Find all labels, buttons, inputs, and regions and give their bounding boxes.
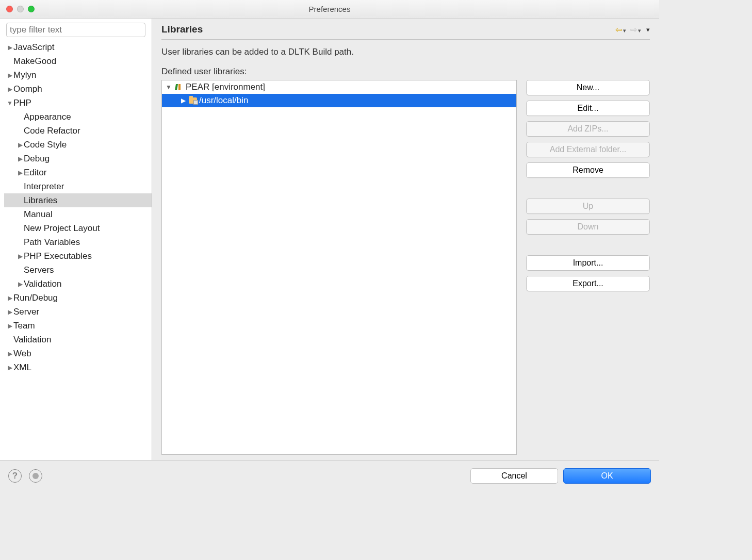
collapse-icon[interactable]: ▼ (6, 100, 13, 107)
sidebar-item-label: Servers (24, 265, 54, 275)
folder-icon (189, 97, 197, 104)
sidebar-item-label: Editor (24, 168, 46, 178)
sidebar-item-label: Validation (24, 279, 61, 289)
sidebar-item-label: Oomph (13, 84, 42, 94)
sidebar-item-label: Team (13, 321, 35, 331)
sidebar-item-appearance[interactable]: Appearance (4, 110, 152, 124)
filter-input[interactable] (6, 23, 145, 37)
sidebar-item-label: PHP Executables (24, 251, 92, 261)
remove-button[interactable]: Remove (526, 162, 650, 178)
sidebar-item-server[interactable]: ▶Server (4, 305, 152, 319)
up-button: Up (526, 199, 650, 214)
sidebar-item-web[interactable]: ▶Web (4, 347, 152, 360)
page-description: User libraries can be added to a DLTK Bu… (161, 47, 650, 57)
sidebar-item-debug[interactable]: ▶Debug (4, 152, 152, 166)
preferences-sidebar: ▶JavaScriptMakeGood▶Mylyn▶Oomph▼PHPAppea… (0, 19, 152, 460)
sidebar-item-label: Code Style (24, 140, 67, 150)
help-icon[interactable]: ? (8, 469, 22, 483)
sidebar-item-team[interactable]: ▶Team (4, 319, 152, 333)
down-button: Down (526, 219, 650, 235)
sidebar-item-xml[interactable]: ▶XML (4, 360, 152, 374)
export-button[interactable]: Export... (526, 276, 650, 291)
header-nav-icons: ⇦▾ ⇨▾ ▾ (615, 25, 650, 35)
sidebar-item-php[interactable]: ▼PHP (4, 96, 152, 110)
sidebar-item-path-variables[interactable]: Path Variables (4, 235, 152, 249)
expand-icon[interactable]: ▶ (6, 44, 13, 51)
expand-icon[interactable]: ▶ (6, 364, 13, 371)
sidebar-item-oomph[interactable]: ▶Oomph (4, 82, 152, 96)
sidebar-item-label: Run/Debug (13, 293, 58, 303)
expand-icon[interactable]: ▶ (6, 350, 13, 357)
expand-icon[interactable]: ▶ (6, 294, 13, 302)
sidebar-item-label: Manual (24, 209, 53, 220)
sidebar-item-makegood[interactable]: MakeGood (4, 54, 152, 68)
expand-icon[interactable]: ▶ (6, 308, 13, 316)
library-tree-item[interactable]: ▼ PEAR [environment] (162, 80, 516, 94)
collapse-icon[interactable]: ▼ (165, 84, 172, 91)
expand-icon[interactable]: ▶ (6, 322, 13, 330)
main-panel: Libraries ⇦▾ ⇨▾ ▾ User libraries can be … (152, 19, 659, 460)
sidebar-item-label: New Project Layout (24, 223, 100, 234)
add-zips-button: Add ZIPs... (526, 121, 650, 137)
sidebar-item-validation[interactable]: Validation (4, 333, 152, 347)
expand-icon[interactable]: ▶ (17, 281, 24, 288)
sidebar-item-javascript[interactable]: ▶JavaScript (4, 40, 152, 54)
new-button[interactable]: New... (526, 80, 650, 95)
view-menu-icon[interactable]: ▾ (646, 26, 650, 34)
sidebar-item-label: Code Refactor (24, 126, 80, 136)
sidebar-item-label: Interpreter (24, 182, 64, 192)
expand-icon[interactable]: ▶ (17, 253, 24, 260)
nav-forward-icon: ⇨▾ (630, 25, 641, 35)
sidebar-item-manual[interactable]: Manual (4, 207, 152, 221)
library-tree-item[interactable]: ▶ /usr/local/bin (162, 94, 516, 107)
sidebar-item-label: Web (13, 349, 31, 359)
library-icon (174, 84, 184, 91)
library-item-label: PEAR [environment] (186, 82, 265, 92)
sidebar-item-editor[interactable]: ▶Editor (4, 166, 152, 179)
sidebar-item-label: Mylyn (13, 70, 36, 80)
sidebar-item-validation[interactable]: ▶Validation (4, 277, 152, 291)
window-title: Preferences (0, 5, 659, 13)
ok-button[interactable]: OK (563, 468, 651, 484)
sidebar-item-code-style[interactable]: ▶Code Style (4, 138, 152, 152)
sidebar-item-label: Debug (24, 154, 50, 164)
sidebar-item-run-debug[interactable]: ▶Run/Debug (4, 291, 152, 305)
cancel-button[interactable]: Cancel (470, 468, 558, 484)
sidebar-item-interpreter[interactable]: Interpreter (4, 179, 152, 193)
sidebar-item-label: Validation (13, 335, 51, 345)
status-icon[interactable] (29, 469, 42, 483)
library-tree[interactable]: ▼ PEAR [environment]▶ /usr/local/bin (161, 80, 517, 455)
sidebar-item-label: Path Variables (24, 237, 80, 248)
edit-button[interactable]: Edit... (526, 101, 650, 116)
sidebar-item-label: Server (13, 307, 39, 317)
expand-icon[interactable]: ▶ (6, 72, 13, 79)
action-buttons: New... Edit... Add ZIPs... Add External … (526, 80, 650, 455)
sidebar-item-php-executables[interactable]: ▶PHP Executables (4, 249, 152, 263)
sidebar-item-label: Appearance (24, 112, 71, 122)
expand-icon[interactable]: ▶ (179, 97, 187, 104)
sidebar-item-label: Libraries (24, 195, 57, 206)
titlebar: Preferences (0, 0, 659, 19)
add-external-folder-button: Add External folder... (526, 142, 650, 157)
preferences-tree: ▶JavaScriptMakeGood▶Mylyn▶Oomph▼PHPAppea… (4, 40, 152, 374)
sidebar-item-label: MakeGood (13, 56, 56, 67)
sidebar-item-new-project-layout[interactable]: New Project Layout (4, 221, 152, 235)
expand-icon[interactable]: ▶ (17, 169, 24, 176)
list-label: Defined user libraries: (161, 67, 650, 77)
main-header: Libraries ⇦▾ ⇨▾ ▾ (161, 24, 650, 40)
sidebar-item-label: PHP (13, 98, 31, 108)
nav-back-icon[interactable]: ⇦▾ (615, 25, 626, 35)
sidebar-item-label: XML (13, 363, 31, 373)
sidebar-item-mylyn[interactable]: ▶Mylyn (4, 68, 152, 82)
sidebar-item-servers[interactable]: Servers (4, 263, 152, 277)
expand-icon[interactable]: ▶ (6, 86, 13, 93)
dialog-footer: ? Cancel OK (0, 460, 659, 491)
sidebar-item-label: JavaScript (13, 42, 54, 53)
sidebar-item-libraries[interactable]: Libraries (4, 193, 152, 207)
page-title: Libraries (161, 24, 203, 35)
library-item-label: /usr/local/bin (199, 95, 248, 106)
import-button[interactable]: Import... (526, 255, 650, 271)
expand-icon[interactable]: ▶ (17, 155, 24, 162)
sidebar-item-code-refactor[interactable]: Code Refactor (4, 124, 152, 138)
expand-icon[interactable]: ▶ (17, 141, 24, 149)
